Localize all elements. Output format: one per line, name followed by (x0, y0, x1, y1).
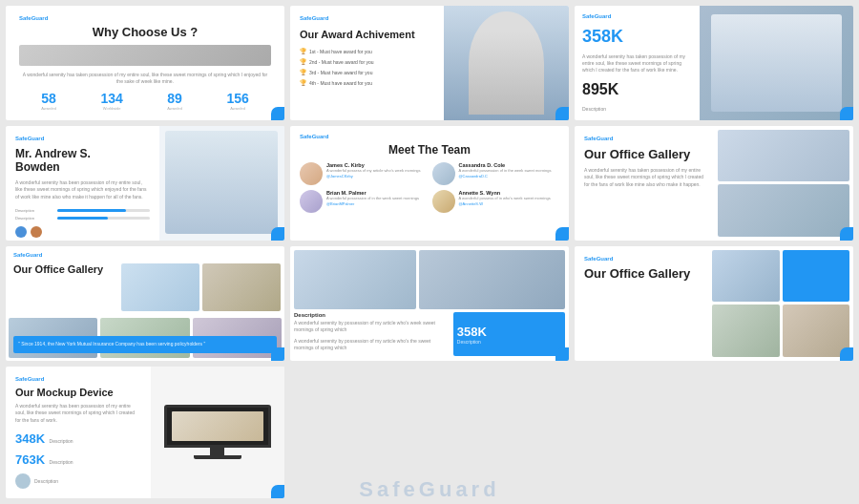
slide-stats: SafeGuard 358K A wonderful serenity has … (575, 6, 853, 120)
slide8-stat-num: 358K (457, 325, 561, 339)
slide9-cell-3 (712, 304, 779, 356)
slide8-photo-b (419, 250, 565, 309)
member-3: Brian M. Palmer A wonderful possession o… (300, 190, 428, 213)
slide1-logo: SafeGuard (19, 15, 271, 21)
member-3-photo (300, 190, 323, 213)
slide6-corner (840, 227, 853, 241)
slide-office-gallery-right: SafeGuard Our Office Gallery " Since 191… (6, 246, 284, 361)
slide4-logo: SafeGuard (15, 136, 150, 141)
member-4-info: Annette S. Wynn A wonderful possess of i… (459, 190, 551, 206)
slide2-title: Our Award Achivement (300, 29, 434, 40)
slide7-logo: SafeGuard (6, 246, 284, 260)
slide-office-gallery-mid: SafeGuard Our Office Gallery A wonderful… (575, 126, 853, 241)
slide9-logo: SafeGuard (584, 256, 699, 262)
member-4-photo (432, 190, 455, 213)
member-3-info: Brian M. Palmer A wonderful possession o… (326, 190, 419, 206)
slide8-bottom-area: Description A wonderful serenity by poss… (290, 309, 569, 361)
slide2-person (444, 6, 569, 120)
slide1-corner (271, 107, 284, 120)
member-4-title: A wonderful possess of in who's week swe… (459, 196, 551, 201)
member-2-info: Cassandra D. Cole A wonderful possession… (459, 162, 552, 178)
slide4-bars: Description Description (15, 208, 150, 220)
slide4-right (159, 126, 284, 241)
slide9-left: SafeGuard Our Office Gallery (575, 246, 708, 361)
member-1-photo (300, 162, 323, 185)
slide7-bottom: " Since 1914, the New York Mutual Insura… (6, 315, 284, 361)
bar-row-1: Description (15, 208, 150, 213)
award-3: 3rd - Must have award for you (300, 69, 434, 75)
bar-1-track (57, 209, 150, 212)
slide3-logo: SafeGuard (582, 13, 692, 19)
slide2-right (444, 6, 569, 120)
slide1-stats: 58 Awarded 134 Worldwide 89 Awarded 156 … (19, 91, 271, 111)
stat-1: 58 Awarded (41, 91, 56, 111)
slide7-top: Our Office Gallery (6, 260, 284, 315)
member-2-photo (432, 162, 455, 185)
slide-photos-stats: Description A wonderful serenity by poss… (290, 246, 569, 361)
slide9-title: Our Office Gallery (584, 266, 699, 281)
slide9-cell-4 (783, 304, 849, 356)
slide4-corner (271, 227, 284, 241)
slide10-person-label: Description (34, 478, 58, 484)
slide3-stat2: 895K (582, 81, 692, 98)
stat-4: 156 Awarded (226, 91, 248, 111)
slide7-corner (271, 347, 284, 361)
slide10-stat1: 348K (15, 431, 45, 446)
award-1: 1st - Must have award for you (300, 48, 434, 54)
slide10-stand (164, 448, 271, 459)
stat-3: 89 Awarded (167, 91, 182, 111)
slide9-photos (708, 246, 853, 361)
slide10-label1: Description (50, 438, 73, 444)
slides-grid: SafeGuard Why Choose Us ? A wonderful se… (0, 0, 859, 504)
member-4: Annette S. Wynn A wonderful possess of i… (432, 190, 560, 213)
slide6-title: Our Office Gallery (584, 147, 704, 161)
member-4-handle: @AnnetteS.W (459, 201, 551, 206)
slide10-base (194, 455, 241, 459)
member-2: Cassandra D. Cole A wonderful possession… (432, 162, 560, 185)
slide4-title: Mr. Andrew S.Bowden (15, 147, 150, 174)
slide10-stat-row-2: 763K Description (15, 451, 141, 468)
slide10-right (151, 367, 284, 499)
slide-office-gallery-bot: SafeGuard Our Office Gallery (575, 246, 853, 361)
slide6-left: SafeGuard Our Office Gallery A wonderful… (575, 126, 714, 241)
slide1-desc: A wonderful serenity has taken possessio… (19, 72, 271, 85)
stat-2-label: Worldwide (100, 106, 122, 111)
slide10-logo: SafeGuard (15, 376, 141, 382)
slide8-photo-a (294, 250, 416, 309)
slide3-desc1: A wonderful serenity has taken possessio… (582, 53, 692, 74)
slide10-neck (210, 448, 224, 455)
slide7-quote: " Since 1914, the New York Mutual Insura… (13, 336, 277, 353)
stat-4-label: Awarded (226, 106, 248, 111)
stat-2-num: 134 (100, 91, 122, 106)
slide10-monitor-screen (164, 405, 271, 448)
slide-team: SafeGuard Meet The Team James C. Kirby A… (290, 126, 569, 241)
avatar-1 (15, 226, 27, 238)
slide5-title: Meet The Team (300, 143, 559, 157)
slide10-title: Our Mockup Device (15, 387, 141, 398)
award-4: 4th - Must have award for you (300, 79, 434, 86)
bar-2-label: Description (15, 216, 53, 220)
member-2-handle: @CassandraD.C (459, 174, 552, 178)
slide7-photo-sm-1 (121, 263, 199, 311)
slide4-desc: A wonderful serenity has been possession… (15, 179, 150, 201)
slide-award: SafeGuard Our Award Achivement 1st - Mus… (290, 6, 569, 120)
slide8-top-photos (290, 246, 569, 309)
slide2-awards: 1st - Must have award for you 2nd - Must… (300, 48, 434, 90)
member-2-title: A wonderful possession of in the week sw… (459, 168, 552, 174)
slide9-cell-2 (783, 250, 849, 302)
slide7-photo-sm-2 (202, 263, 281, 311)
slide6-photo-bottom (718, 184, 849, 236)
member-3-handle: @BrianMPalmer (326, 201, 419, 206)
slide10-stat2: 763K (15, 452, 45, 467)
slide10-screen-content (172, 411, 263, 441)
bar-1-label: Description (15, 208, 53, 213)
slide7-title: Our Office Gallery (13, 263, 110, 275)
slide10-label2: Description (50, 459, 73, 465)
slide10-left: SafeGuard Our Mockup Device A wonderful … (6, 367, 151, 499)
slide-mockup: SafeGuard Our Mockup Device A wonderful … (6, 367, 284, 499)
member-1-info: James C. Kirby A wonderful possess of my… (326, 162, 421, 178)
slide5-corner (555, 227, 569, 241)
slide4-left: SafeGuard Mr. Andrew S.Bowden A wonderfu… (6, 126, 159, 241)
bar-row-2: Description (15, 216, 150, 220)
slide6-right (714, 126, 853, 241)
